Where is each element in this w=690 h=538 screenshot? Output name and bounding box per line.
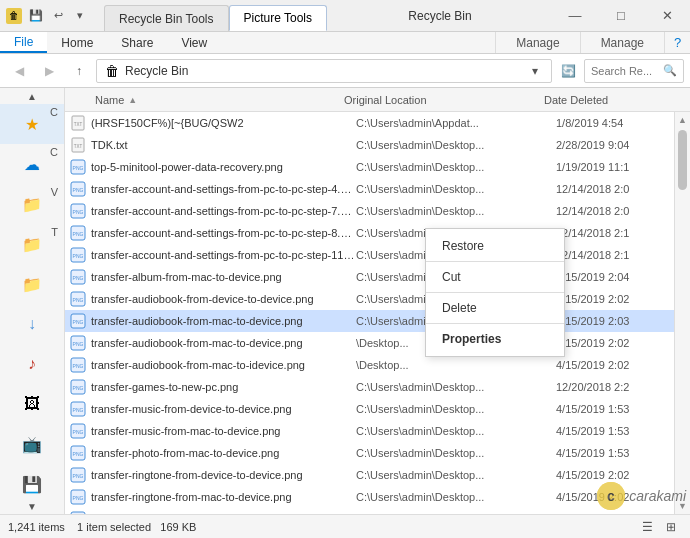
file-name: transfer-audiobook-from-device-to-device… bbox=[91, 293, 356, 305]
sidebar-scroll-up[interactable]: ▲ bbox=[0, 88, 64, 104]
ctx-cut[interactable]: Cut bbox=[426, 264, 564, 290]
file-date: 12/14/2018 2:0 bbox=[556, 205, 686, 217]
png-file-icon: PNG bbox=[69, 312, 87, 330]
file-rows: TXT(HRSF150CF%)[~{BUG/QSW2C:\Users\admin… bbox=[65, 112, 690, 514]
picture-tools-tab[interactable]: Picture Tools bbox=[229, 5, 327, 31]
file-location: C:\Users\admin\Desktop... bbox=[356, 403, 556, 415]
file-row[interactable]: PNGtransfer-audiobook-from-mac-to-idevic… bbox=[65, 354, 690, 376]
folder-t-icon: 📁 bbox=[20, 232, 44, 256]
svg-rect-36 bbox=[71, 512, 85, 515]
details-view-button[interactable]: ⊞ bbox=[660, 517, 682, 537]
folder-v-icon: 📁 bbox=[20, 192, 44, 216]
file-name: transfer-music-from-mac-to-device.png bbox=[91, 425, 356, 437]
png-file-icon: PNG bbox=[69, 378, 87, 396]
file-row[interactable]: PNGtransfer-music-from-device-to-device.… bbox=[65, 398, 690, 420]
status-count: 1,241 items 1 item selected 169 KB bbox=[8, 521, 636, 533]
ribbon-context-tabs: Recycle Bin Tools Picture Tools bbox=[96, 0, 328, 31]
ctx-delete[interactable]: Delete bbox=[426, 295, 564, 321]
file-name: TDK.txt bbox=[91, 139, 356, 151]
ribbon-tab-file[interactable]: File bbox=[0, 32, 47, 53]
file-row[interactable]: PNGtransfer-games-to-new-pc.pngC:\Users\… bbox=[65, 376, 690, 398]
file-date: 2/28/2019 9:04 bbox=[556, 139, 686, 151]
sidebar-scroll-down[interactable]: ▼ bbox=[0, 498, 64, 514]
search-box[interactable]: 🔍 bbox=[584, 59, 684, 83]
back-button[interactable]: ◀ bbox=[6, 58, 32, 84]
header-spacer bbox=[69, 91, 87, 109]
png-file-icon: PNG bbox=[69, 356, 87, 374]
sidebar-item-v[interactable]: 📁 V bbox=[0, 184, 64, 224]
sidebar-item-quick-access[interactable]: ★ C bbox=[0, 104, 64, 144]
png-file-icon: PNG bbox=[69, 466, 87, 484]
address-dropdown-icon[interactable]: ▾ bbox=[527, 64, 543, 78]
sidebar-item-t[interactable]: 📁 T bbox=[0, 224, 64, 264]
sidebar-item-downloads[interactable]: ↓ bbox=[0, 304, 64, 344]
maximize-button[interactable]: □ bbox=[598, 0, 644, 32]
sidebar-item-pictures[interactable]: 🖼 bbox=[0, 384, 64, 424]
scrollbar-up-arrow[interactable]: ▲ bbox=[677, 114, 689, 126]
save-button[interactable]: 💾 bbox=[26, 6, 46, 26]
dropdown-button[interactable]: ▾ bbox=[70, 6, 90, 26]
scrollbar-thumb[interactable] bbox=[678, 130, 687, 190]
search-input[interactable] bbox=[591, 65, 663, 77]
svg-text:PNG: PNG bbox=[73, 297, 84, 303]
svg-text:PNG: PNG bbox=[73, 253, 84, 259]
svg-text:PNG: PNG bbox=[73, 319, 84, 325]
cloud-icon: ☁ bbox=[20, 152, 44, 176]
png-file-icon: PNG bbox=[69, 488, 87, 506]
file-row[interactable]: TXTTDK.txtC:\Users\admin\Desktop...2/28/… bbox=[65, 134, 690, 156]
watermark: c carakami bbox=[597, 482, 686, 510]
ribbon-tab-share[interactable]: Share bbox=[107, 32, 167, 53]
col-header-location[interactable]: Original Location bbox=[340, 94, 540, 106]
vertical-scrollbar[interactable]: ▲ ▼ bbox=[674, 112, 690, 514]
help-button[interactable]: ? bbox=[664, 32, 690, 53]
minimize-button[interactable]: — bbox=[552, 0, 598, 32]
file-row[interactable]: PNGtop-5-minitool-power-data-recovery.pn… bbox=[65, 156, 690, 178]
undo-button[interactable]: ↩ bbox=[48, 6, 68, 26]
file-row[interactable]: PNGtransfer-account-and-settings-from-pc… bbox=[65, 222, 690, 244]
address-field[interactable]: 🗑 Recycle Bin ▾ bbox=[96, 59, 552, 83]
col-header-name[interactable]: Name ▲ bbox=[91, 94, 340, 106]
file-date: 4/15/2019 1:53 bbox=[556, 447, 686, 459]
file-row[interactable]: PNGtransfer-audiobook-from-device-to-dev… bbox=[65, 288, 690, 310]
col-header-date[interactable]: Date Deleted bbox=[540, 94, 670, 106]
file-row[interactable]: TXT(HRSF150CF%)[~{BUG/QSW2C:\Users\admin… bbox=[65, 112, 690, 134]
file-row[interactable]: PNGtransfer-album-from-mac-to-device.png… bbox=[65, 266, 690, 288]
file-location: \Desktop... bbox=[356, 359, 556, 371]
ctx-restore[interactable]: Restore bbox=[426, 233, 564, 259]
sidebar-item-music[interactable]: ♪ bbox=[0, 344, 64, 384]
up-button[interactable]: ↑ bbox=[66, 58, 92, 84]
svg-text:PNG: PNG bbox=[73, 451, 84, 457]
file-row[interactable]: PNGtransfer-photo-from-mac-to-device.png… bbox=[65, 442, 690, 464]
recycle-bin-tools-tab[interactable]: Recycle Bin Tools bbox=[104, 5, 229, 31]
sidebar-item-videos[interactable]: 📺 bbox=[0, 424, 64, 464]
file-name: transfer-album-from-mac-to-device.png bbox=[91, 271, 356, 283]
ctx-properties[interactable]: Properties bbox=[426, 326, 564, 352]
watermark-logo: c bbox=[597, 482, 625, 510]
refresh-button[interactable]: 🔄 bbox=[556, 59, 580, 83]
sidebar-item-folder2[interactable]: 📁 bbox=[0, 264, 64, 304]
file-row[interactable]: PNGtransfer-account-and-settings-from-pc… bbox=[65, 244, 690, 266]
png-file-icon: PNG bbox=[69, 224, 87, 242]
file-row[interactable]: PNGtransfer-account-and-settings-from-pc… bbox=[65, 200, 690, 222]
file-name: transfer-photo-from-mac-to-device.png bbox=[91, 447, 356, 459]
file-name: transfer-account-and-settings-from-pc-to… bbox=[91, 183, 356, 195]
file-row[interactable]: PNGtransfer-audiobook-from-mac-to-device… bbox=[65, 332, 690, 354]
ctx-separator-2 bbox=[426, 292, 564, 293]
sidebar-item-drive[interactable]: 💾 bbox=[0, 464, 64, 498]
file-row[interactable]: PNGtransfer-music-from-mac-to-device.png… bbox=[65, 420, 690, 442]
scrollbar-track[interactable] bbox=[675, 126, 690, 500]
file-row[interactable]: PNGtransfer-audiobook-from-mac-to-device… bbox=[65, 310, 690, 332]
svg-text:PNG: PNG bbox=[73, 429, 84, 435]
svg-text:PNG: PNG bbox=[73, 231, 84, 237]
ribbon-manage-label-2: Manage bbox=[580, 32, 664, 53]
forward-button[interactable]: ▶ bbox=[36, 58, 62, 84]
close-button[interactable]: ✕ bbox=[644, 0, 690, 32]
file-date: 1/19/2019 11:1 bbox=[556, 161, 686, 173]
file-row[interactable]: PNGtransfer-account-and-settings-from-pc… bbox=[65, 178, 690, 200]
star-icon: ★ bbox=[20, 112, 44, 136]
search-icon[interactable]: 🔍 bbox=[663, 64, 677, 77]
sidebar-item-onedrive[interactable]: ☁ C bbox=[0, 144, 64, 184]
list-view-button[interactable]: ☰ bbox=[636, 517, 658, 537]
ribbon-tab-view[interactable]: View bbox=[167, 32, 221, 53]
ribbon-tab-home[interactable]: Home bbox=[47, 32, 107, 53]
